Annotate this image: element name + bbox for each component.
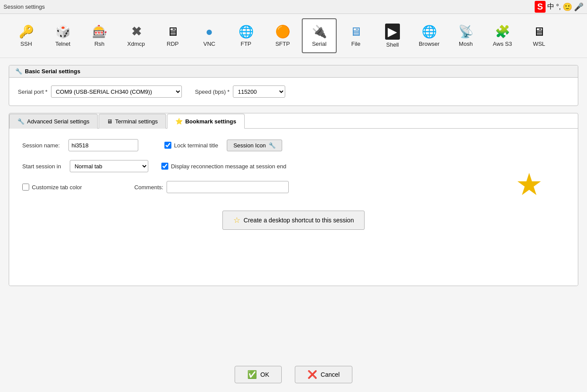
mic-icon: 🎤 — [574, 2, 584, 12]
start-session-row: Start session in Normal tab New window F… — [22, 160, 565, 172]
ftp-icon: 🌐 — [239, 24, 254, 39]
terminal-settings-icon: 🖥 — [107, 118, 113, 125]
protocol-serial[interactable]: 🔌 Serial — [302, 18, 337, 53]
protocol-browser[interactable]: 🌐 Browser — [412, 18, 447, 53]
emoji-icon: 🙂 — [563, 2, 572, 12]
shortcut-star-icon: ☆ — [233, 215, 240, 225]
tab-bookmark-settings[interactable]: ⭐ Bookmark settings — [167, 114, 245, 129]
port-label: Serial port * — [18, 89, 48, 95]
protocol-aws-s3-label: Aws S3 — [493, 41, 512, 47]
speed-label: Speed (bps) * — [195, 89, 230, 95]
basic-serial-wrench-icon: 🔧 — [15, 68, 22, 75]
comments-label: Comments: — [134, 184, 163, 191]
ok-button[interactable]: ✅ OK — [235, 366, 282, 383]
protocol-serial-label: Serial — [312, 41, 326, 47]
advanced-serial-icon: 🔧 — [17, 118, 24, 125]
serial-icon: 🔌 — [312, 24, 327, 39]
shell-icon: ▶ — [385, 24, 400, 40]
protocol-xdmcp-label: Xdmcp — [127, 41, 145, 47]
session-icon-button[interactable]: Session Icon 🔧 — [227, 140, 282, 151]
protocol-sftp[interactable]: 🟠 SFTP — [265, 18, 300, 53]
basic-serial-header: 🔧 Basic Serial settings — [9, 65, 578, 78]
display-reconnection-label[interactable]: Display reconnection message at session … — [171, 163, 286, 170]
protocol-aws-s3[interactable]: 🧩 Aws S3 — [485, 18, 520, 53]
xdmcp-icon: ✖ — [131, 24, 141, 39]
protocol-rdp[interactable]: 🖥 RDP — [155, 18, 190, 53]
protocol-xdmcp[interactable]: ✖ Xdmcp — [119, 18, 154, 53]
protocol-ftp-label: FTP — [241, 41, 252, 47]
start-session-select[interactable]: Normal tab New window Floating window — [70, 160, 148, 172]
port-select[interactable]: COM9 (USB-SERIAL CH340 (COM9)) — [51, 85, 182, 98]
protocol-file-label: File — [352, 41, 361, 47]
protocol-rsh-label: Rsh — [94, 41, 104, 47]
cancel-button[interactable]: ❌ Cancel — [295, 366, 352, 383]
aws-s3-icon: 🧩 — [495, 24, 510, 39]
lock-terminal-label[interactable]: Lock terminal title — [174, 142, 218, 149]
session-name-input[interactable] — [68, 139, 138, 151]
cancel-label: Cancel — [321, 371, 340, 378]
ok-label: OK — [260, 371, 269, 378]
mosh-icon: 📡 — [458, 24, 474, 39]
display-reconnection-row: Display reconnection message at session … — [161, 163, 286, 170]
protocol-vnc-label: VNC — [203, 41, 215, 47]
customize-comments-row: Customize tab color Comments: — [22, 181, 565, 193]
rsh-icon: 🎰 — [92, 24, 107, 39]
create-shortcut-button[interactable]: ☆ Create a desktop shortcut to this sess… — [222, 211, 365, 230]
display-reconnection-checkbox[interactable] — [161, 163, 168, 170]
protocol-file[interactable]: 🖥 File — [338, 18, 373, 53]
advanced-serial-label: Advanced Serial settings — [27, 118, 89, 125]
cancel-icon: ❌ — [307, 370, 317, 379]
sogou-icon: S — [535, 1, 546, 13]
rdp-icon: 🖥 — [167, 24, 179, 39]
bottom-bar: ✅ OK ❌ Cancel — [0, 357, 587, 392]
bookmark-settings-label: Bookmark settings — [185, 118, 236, 125]
title-bar-controls: S 中 °, 🙂 🎤 — [535, 1, 584, 13]
file-icon: 🖥 — [350, 24, 362, 39]
basic-serial-title: Basic Serial settings — [25, 68, 80, 75]
start-session-label: Start session in — [22, 163, 61, 170]
tab-header: 🔧 Advanced Serial settings 🖥 Terminal se… — [9, 113, 578, 129]
tab-terminal-settings[interactable]: 🖥 Terminal settings — [99, 114, 166, 129]
session-name-label: Session name: — [22, 142, 60, 149]
protocol-mosh[interactable]: 📡 Mosh — [448, 18, 483, 53]
comments-input[interactable] — [167, 181, 289, 193]
telnet-icon: 🎲 — [55, 24, 71, 39]
customize-tab-color-label[interactable]: Customize tab color — [32, 184, 82, 191]
lock-terminal-row: Lock terminal title — [164, 142, 218, 149]
sftp-icon: 🟠 — [275, 24, 290, 39]
port-row: Serial port * COM9 (USB-SERIAL CH340 (CO… — [18, 85, 182, 98]
protocol-rsh[interactable]: 🎰 Rsh — [82, 18, 117, 53]
vnc-icon: ● — [206, 25, 213, 39]
speed-row: Speed (bps) * 115200 9600 19200 38400 57… — [195, 85, 286, 98]
protocol-vnc[interactable]: ● VNC — [192, 18, 227, 53]
bookmark-star-icon: ⭐ — [175, 118, 183, 125]
comments-row: Comments: — [134, 181, 289, 193]
tab-advanced-serial[interactable]: 🔧 Advanced Serial settings — [9, 114, 98, 129]
protocol-telnet-label: Telnet — [55, 41, 71, 47]
main-content: 🔧 Basic Serial settings Serial port * CO… — [0, 58, 587, 357]
session-icon-wrench: 🔧 — [269, 142, 276, 149]
speed-select[interactable]: 115200 9600 19200 38400 57600 — [233, 85, 285, 98]
customize-tab-color-checkbox[interactable] — [22, 184, 29, 191]
basic-serial-body: Serial port * COM9 (USB-SERIAL CH340 (CO… — [9, 78, 578, 106]
punctuation-icon: °, — [556, 3, 561, 11]
ssh-icon: 🔑 — [19, 24, 34, 39]
shortcut-row: ☆ Create a desktop shortcut to this sess… — [22, 211, 565, 230]
session-settings-dialog: 🔑 SSH 🎲 Telnet 🎰 Rsh ✖ Xdmcp 🖥 RDP ● VNC… — [0, 14, 587, 392]
session-name-row: Session name: Lock terminal title Sessio… — [22, 139, 565, 151]
protocol-ssh[interactable]: 🔑 SSH — [9, 18, 44, 53]
bookmark-grid: Session name: Lock terminal title Sessio… — [22, 139, 565, 230]
protocol-row: 🔑 SSH 🎲 Telnet 🎰 Rsh ✖ Xdmcp 🖥 RDP ● VNC… — [0, 14, 587, 58]
ok-icon: ✅ — [247, 370, 257, 379]
lock-terminal-checkbox[interactable] — [164, 142, 171, 149]
protocol-telnet[interactable]: 🎲 Telnet — [45, 18, 80, 53]
protocol-shell[interactable]: ▶ Shell — [375, 18, 410, 53]
title-bar-text: Session settings — [3, 3, 45, 10]
protocol-wsl[interactable]: 🖥 WSL — [522, 18, 556, 53]
chinese-icon: 中 — [547, 2, 554, 11]
bookmark-tab-content: Session name: Lock terminal title Sessio… — [9, 129, 578, 286]
session-icon-label: Session Icon — [233, 142, 266, 149]
protocol-ftp[interactable]: 🌐 FTP — [229, 18, 263, 53]
protocol-rdp-label: RDP — [167, 41, 178, 47]
title-bar: Session settings S 中 °, 🙂 🎤 — [0, 0, 587, 14]
